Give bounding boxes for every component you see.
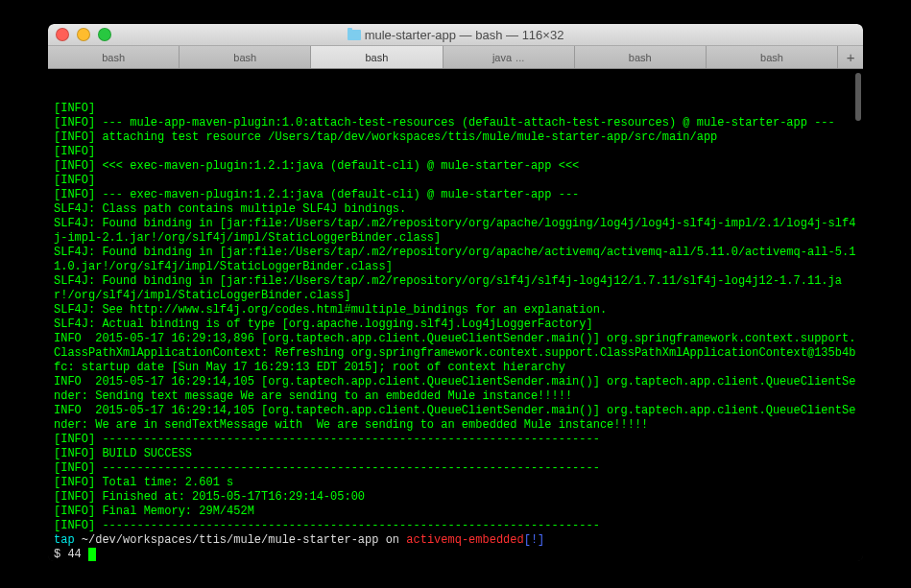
- titlebar[interactable]: mule-starter-app — bash — 116×32: [48, 24, 863, 46]
- tab-bar: bash bash bash java... bash bash +: [48, 46, 863, 69]
- zoom-icon[interactable]: [98, 28, 111, 41]
- terminal-line: [INFO]: [54, 174, 857, 188]
- terminal-line: SLF4J: See http://www.slf4j.org/codes.ht…: [54, 303, 857, 318]
- terminal-line: [INFO] ---------------------------------…: [54, 461, 857, 476]
- terminal-line: [INFO] Finished at: 2015-05-17T16:29:14-…: [54, 490, 857, 505]
- close-icon[interactable]: [56, 28, 69, 41]
- terminal-line: SLF4J: Found binding in [jar:file:/Users…: [54, 274, 857, 303]
- prompt-input-line[interactable]: $ 44: [54, 548, 857, 561]
- tab-java[interactable]: java...: [444, 46, 575, 68]
- terminal-window: mule-starter-app — bash — 116×32 bash ba…: [48, 24, 863, 561]
- terminal-line: SLF4J: Actual binding is of type [org.ap…: [54, 318, 857, 332]
- prompt-line: tap ~/dev/workspaces/ttis/mule/mule-star…: [54, 533, 857, 548]
- terminal-line: [INFO] --- mule-app-maven-plugin:1.0:att…: [54, 116, 857, 130]
- terminal-line: [INFO] --- exec-maven-plugin:1.2.1:java …: [54, 188, 857, 202]
- cursor-icon: [88, 548, 96, 561]
- terminal-content[interactable]: [INFO][INFO] --- mule-app-maven-plugin:1…: [48, 69, 863, 561]
- ellipsis-icon: ...: [515, 52, 524, 63]
- terminal-line: SLF4J: Class path contains multiple SLF4…: [54, 202, 857, 217]
- terminal-line: SLF4J: Found binding in [jar:file:/Users…: [54, 217, 857, 246]
- scrollbar-thumb[interactable]: [855, 73, 861, 121]
- tab-bash-2[interactable]: bash: [180, 46, 311, 68]
- terminal-line: [INFO] attaching test resource /Users/ta…: [54, 130, 857, 145]
- tab-bash-5[interactable]: bash: [707, 46, 838, 68]
- terminal-line: [INFO]: [54, 102, 857, 116]
- terminal-line: [INFO]: [54, 145, 857, 159]
- terminal-line: [INFO] ---------------------------------…: [54, 433, 857, 447]
- traffic-lights: [48, 28, 111, 41]
- tab-bash-4[interactable]: bash: [575, 46, 707, 68]
- terminal-line: [INFO] BUILD SUCCESS: [54, 447, 857, 461]
- terminal-line: [INFO] Final Memory: 29M/452M: [54, 505, 857, 519]
- terminal-line: INFO 2015-05-17 16:29:13,896 [org.taptec…: [54, 332, 857, 375]
- terminal-line: [INFO] Total time: 2.601 s: [54, 476, 857, 490]
- folder-icon: [348, 30, 361, 40]
- terminal-line: SLF4J: Found binding in [jar:file:/Users…: [54, 246, 857, 274]
- terminal-line: [INFO] <<< exec-maven-plugin:1.2.1:java …: [54, 159, 857, 174]
- new-tab-button[interactable]: +: [838, 46, 863, 68]
- window-title: mule-starter-app — bash — 116×32: [48, 28, 863, 42]
- window-title-text: mule-starter-app — bash — 116×32: [365, 28, 564, 42]
- terminal-line: [INFO] ---------------------------------…: [54, 519, 857, 533]
- terminal-line: INFO 2015-05-17 16:29:14,105 [org.taptec…: [54, 375, 857, 404]
- minimize-icon[interactable]: [77, 28, 90, 41]
- tab-bash-1[interactable]: bash: [48, 46, 180, 68]
- tab-bash-active[interactable]: bash: [311, 46, 443, 68]
- terminal-line: INFO 2015-05-17 16:29:14,105 [org.taptec…: [54, 404, 857, 433]
